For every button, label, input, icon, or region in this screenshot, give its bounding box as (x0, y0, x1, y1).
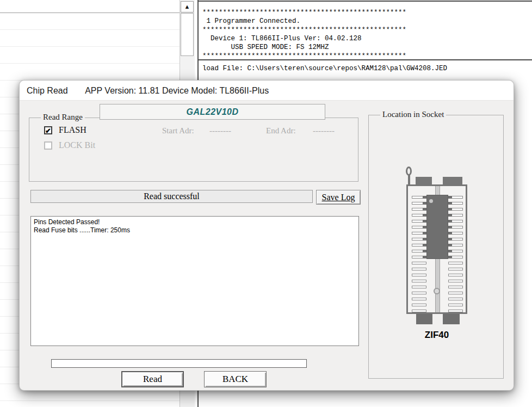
socket-pin (448, 280, 463, 282)
socket-pin (448, 232, 463, 235)
socket-pin (412, 292, 426, 294)
chip-in-socket (426, 195, 448, 259)
socket-pin (448, 226, 463, 229)
socket-pin (448, 208, 463, 211)
scrollbar-up-icon: ▲ (184, 3, 190, 10)
socket-pin (448, 202, 463, 205)
socket-foot (416, 314, 432, 324)
chip-name: GAL22V10D (100, 104, 325, 120)
socket-pin-contact (423, 250, 426, 252)
socket-pin-contact (448, 214, 452, 217)
list-header-divider (0, 13, 180, 13)
socket-pin (412, 208, 426, 211)
socket-pin-contact (448, 208, 452, 211)
socket-pin (412, 262, 426, 264)
socket-pin (412, 298, 426, 300)
socket-pin (412, 274, 426, 276)
socket-pin (448, 286, 463, 288)
socket-pin-contact (448, 232, 452, 235)
load-file-text: load File: C:\Users\teren\source\repos\R… (199, 61, 532, 73)
socket-screw-icon (434, 288, 440, 294)
socket-pin (448, 262, 463, 264)
socket-pin (412, 220, 426, 223)
socket-pin-contact (423, 202, 426, 205)
socket-pin (412, 238, 426, 240)
socket-pin (412, 286, 426, 288)
read-range-group-label: Read Range (41, 113, 85, 122)
lock-bit-checkbox (44, 141, 52, 150)
socket-pin-contact (423, 256, 426, 258)
socket-pin (448, 250, 463, 252)
socket-pin (448, 304, 463, 306)
dialog-title-name: Chip Read (27, 86, 68, 95)
socket-pin (412, 196, 426, 199)
socket-pin (412, 226, 426, 229)
socket-pin (412, 250, 426, 252)
socket-foot (443, 314, 460, 324)
location-in-socket-group: Location in Socket ZIF40 (368, 115, 504, 379)
socket-pin-contact (448, 250, 452, 252)
end-adr-label: End Adr: (266, 126, 296, 135)
flash-checkbox-label[interactable]: FLASH (59, 125, 86, 135)
socket-top-tab (443, 177, 462, 184)
socket-pin (412, 268, 426, 270)
socket-top-tab (416, 177, 432, 184)
socket-pin-contact (423, 244, 426, 246)
socket-pin-contact (448, 256, 452, 258)
console-text: ****************************************… (199, 2, 532, 60)
start-adr-value: -------- (209, 126, 231, 135)
socket-pin-contact (448, 238, 452, 240)
socket-pin (448, 298, 463, 300)
zif-socket-graphic: ZIF40 (401, 165, 474, 350)
scrollbar-up-button[interactable]: ▲ (181, 1, 194, 13)
chip-read-dialog: Chip Read APP Version: 11.81 Device Mode… (19, 80, 514, 391)
socket-pin (448, 310, 463, 312)
socket-pin-contact (423, 232, 426, 235)
socket-pin (448, 292, 463, 294)
checkmark-icon: ✔ (45, 127, 51, 135)
socket-pin-contact (448, 202, 452, 205)
socket-pin (412, 244, 426, 246)
socket-pin (448, 238, 463, 240)
start-adr-label: Start Adr: (162, 126, 194, 135)
socket-lever-stem (408, 175, 410, 186)
read-button[interactable]: Read (121, 371, 184, 387)
socket-pin-contact (423, 220, 426, 223)
end-adr-value: -------- (313, 126, 335, 135)
socket-pin (448, 214, 463, 217)
socket-pin (412, 214, 426, 217)
socket-pin-contact (423, 196, 426, 199)
dialog-title-version: APP Version: 11.81 Device Model: TL866II… (85, 86, 269, 95)
location-group-label: Location in Socket (380, 110, 446, 119)
socket-pin (448, 244, 463, 246)
socket-pin (412, 280, 426, 282)
socket-pin-contact (448, 220, 452, 223)
socket-pin (448, 268, 463, 270)
socket-pin (448, 196, 463, 199)
chip-pin1-dot (429, 199, 433, 203)
console-output-box: ****************************************… (199, 1, 532, 60)
back-button[interactable]: BACK (204, 371, 267, 387)
scrollbar-thumb[interactable] (181, 13, 194, 56)
flash-checkbox[interactable]: ✔ (44, 126, 52, 134)
socket-pin (412, 304, 426, 306)
socket-name-label: ZIF40 (401, 330, 473, 341)
socket-pin (448, 256, 463, 258)
operation-log-box: Pins Detected Passed! Read Fuse bits ...… (30, 216, 359, 346)
socket-pin (412, 202, 426, 205)
socket-pin-contact (423, 214, 426, 217)
socket-pin (448, 220, 463, 223)
progress-bar (51, 359, 307, 368)
lock-bit-checkbox-label: LOCK Bit (59, 140, 95, 150)
socket-pin-contact (423, 226, 426, 229)
socket-pin-contact (423, 208, 426, 211)
dialog-title: Chip Read APP Version: 11.81 Device Mode… (20, 81, 514, 101)
socket-pin (412, 256, 426, 258)
socket-pin-contact (448, 244, 452, 246)
socket-pin-contact (448, 196, 452, 199)
socket-pin (412, 310, 426, 312)
socket-pin (448, 274, 463, 276)
save-log-button[interactable]: Save Log (316, 190, 361, 205)
socket-pin (412, 232, 426, 235)
status-bar: Read successful (30, 190, 313, 203)
